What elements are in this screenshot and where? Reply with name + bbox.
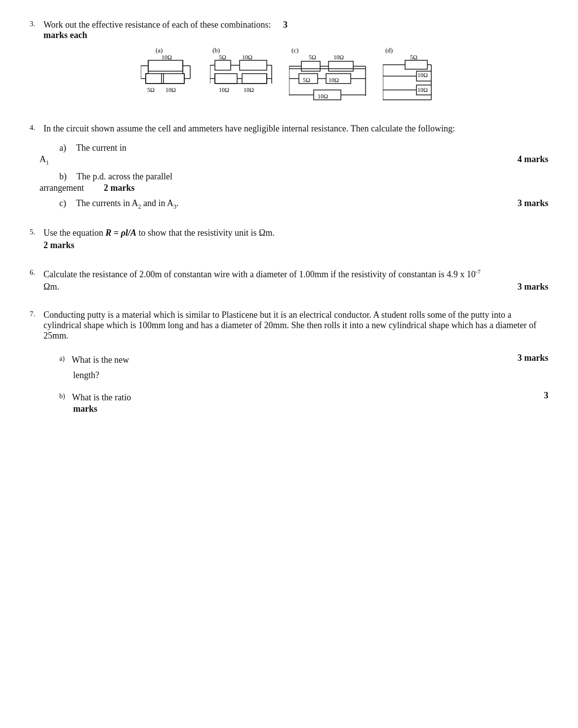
svg-text:(b): (b) [212, 46, 220, 54]
svg-rect-6 [164, 74, 184, 84]
svg-text:5Ω: 5Ω [219, 54, 226, 61]
q4-b-arrangement: arrangement [40, 183, 84, 193]
svg-text:5Ω: 5Ω [303, 77, 310, 84]
svg-text:10Ω: 10Ω [333, 54, 344, 61]
svg-text:10Ω: 10Ω [162, 54, 172, 61]
svg-rect-49 [329, 61, 353, 71]
circuit-d: (d) 5Ω 10Ω 10Ω [383, 46, 437, 106]
q4-number: 4. [30, 124, 41, 132]
svg-rect-27 [240, 60, 267, 70]
q5-equation: R = ρl/A [105, 228, 136, 238]
svg-rect-33 [215, 74, 237, 84]
q7-a-marks: 3 marks [518, 353, 549, 363]
question-5: 5. Use the equation R = ρl/A to show tha… [30, 228, 548, 251]
q4-text: In the circuit shown assume the cell and… [43, 124, 548, 134]
svg-text:(d): (d) [385, 46, 393, 54]
q3-marks-inline: 3 [283, 20, 288, 30]
q4-b-text: The p.d. across the parallel [77, 171, 172, 182]
question-7: 7. Conducting putty is a material which … [30, 310, 548, 414]
circuit-c-svg: (c) 5Ω 10Ω 5Ω 10Ω 10Ω [289, 46, 368, 106]
circuit-b: (b) 5Ω 10Ω 10Ω 10Ω [210, 46, 274, 106]
svg-text:10Ω: 10Ω [318, 93, 328, 100]
circuits-container: (a) 10Ω 5Ω 10Ω [30, 46, 548, 106]
q4-b-marks: 2 marks [104, 183, 135, 193]
q3-marks-label: marks each [43, 30, 548, 41]
svg-rect-5 [146, 74, 162, 84]
q7-text: Conducting putty is a material which is … [43, 310, 548, 341]
question-3: 3. Work out the effective resistance of … [30, 20, 548, 106]
q4-sub-b: b) The p.d. across the parallel arrangem… [30, 171, 548, 193]
svg-text:(c): (c) [291, 46, 298, 54]
q7-sub-a: a) What is the new length? 3 marks [30, 353, 548, 381]
q6-text2: Ωm. [43, 282, 59, 292]
q6-number: 6. [30, 268, 41, 277]
circuit-d-svg: (d) 5Ω 10Ω 10Ω [383, 46, 437, 106]
q4-a1-label: A1 [40, 154, 49, 167]
q5-marks: 2 marks [43, 240, 548, 251]
q3-text: Work out the effective resistance of eac… [43, 20, 271, 30]
q4-b-label: b) [59, 171, 67, 182]
circuit-b-svg: (b) 5Ω 10Ω 10Ω 10Ω [210, 46, 274, 101]
q7-sub-b: b) What is the ratio 3 marks [30, 390, 548, 414]
svg-rect-34 [242, 74, 267, 84]
svg-rect-48 [301, 61, 320, 71]
svg-text:5Ω: 5Ω [410, 54, 417, 61]
svg-rect-2 [148, 60, 183, 71]
q5-text-before: Use the equation [43, 228, 105, 238]
circuit-c: (c) 5Ω 10Ω 5Ω 10Ω 10Ω [289, 46, 368, 106]
svg-text:10Ω: 10Ω [244, 86, 254, 93]
svg-text:10Ω: 10Ω [219, 86, 229, 93]
q7-a-text2: length? [73, 370, 99, 380]
circuit-a: (a) 10Ω 5Ω 10Ω [141, 46, 195, 106]
q5-number: 5. [30, 228, 41, 236]
svg-text:10Ω: 10Ω [242, 54, 252, 61]
svg-text:10Ω: 10Ω [329, 77, 339, 84]
svg-text:10Ω: 10Ω [165, 86, 176, 93]
q3-number: 3. [30, 20, 41, 28]
question-4: 4. In the circuit shown assume the cell … [30, 124, 548, 210]
q7-a-label: a) [59, 355, 65, 365]
svg-text:5Ω: 5Ω [309, 54, 316, 61]
svg-line-38 [210, 79, 215, 84]
svg-text:5Ω: 5Ω [147, 86, 155, 93]
q4-a-label: a) [59, 143, 66, 153]
svg-rect-26 [215, 60, 231, 70]
q6-text: Calculate the resistance of 2.00m of con… [43, 269, 476, 279]
question-6: 6. Calculate the resistance of 2.00m of … [30, 268, 548, 292]
q7-b-text: What is the ratio [72, 392, 131, 403]
q7-b-marks-label: marks [73, 404, 548, 414]
svg-text:(a): (a) [156, 46, 163, 54]
q4-a-text: The current in [76, 143, 126, 153]
q6-superscript: -7 [476, 268, 481, 275]
q4-sub-c: c) The currents in A2 and in A3. 3 marks [30, 198, 548, 211]
svg-rect-68 [405, 60, 427, 69]
q7-number: 7. [30, 310, 41, 318]
q7-b-label: b) [59, 392, 65, 403]
q6-marks: 3 marks [518, 282, 549, 292]
q4-c-text: The currents in A2 and in A3. [76, 198, 178, 211]
svg-text:10Ω: 10Ω [417, 86, 428, 93]
svg-text:10Ω: 10Ω [417, 72, 428, 79]
q4-c-marks: 3 marks [518, 198, 549, 209]
q4-sub-a: a) The current in A1 4 marks [30, 143, 548, 167]
circuit-a-svg: (a) 10Ω 5Ω 10Ω [141, 46, 195, 101]
q4-c-label: c) [59, 198, 66, 211]
q5-text-after: to show that the resistivity unit is Ωm. [136, 228, 275, 238]
q7-a-text1: What is the new [72, 355, 129, 365]
q7-b-marks-inline: 3 [544, 390, 548, 401]
q4-a-marks: 4 marks [518, 154, 549, 165]
